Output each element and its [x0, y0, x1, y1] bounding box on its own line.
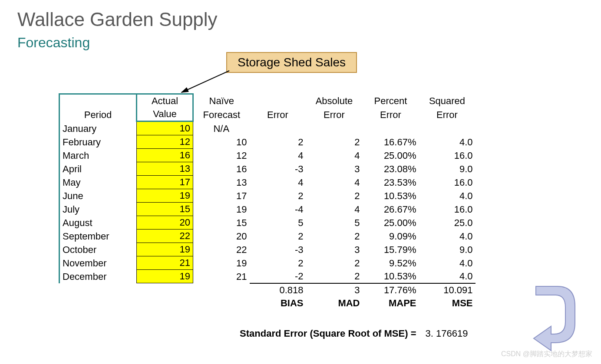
pct-cell: 23.53%: [363, 176, 419, 189]
period-cell: August: [59, 216, 137, 230]
sq-cell: 25.0: [419, 216, 476, 230]
abs-cell: 3: [306, 243, 363, 256]
abs-cell: 2: [306, 256, 363, 270]
table-row: April1316-3323.08%9.0: [59, 162, 476, 176]
sq-cell: 16.0: [419, 203, 476, 216]
error-cell: -2: [250, 270, 306, 283]
abs-cell: [306, 121, 363, 135]
table-row: February12102216.67%4.0: [59, 135, 476, 149]
mad-label: MAD: [306, 297, 363, 310]
naive-cell: N/A: [193, 121, 250, 135]
hdr-pct-l1: Percent: [363, 94, 419, 108]
pct-cell: 15.79%: [363, 243, 419, 256]
table-row: March16124425.00%16.0: [59, 149, 476, 162]
actual-cell: 19: [137, 243, 193, 256]
error-cell: 2: [250, 256, 306, 270]
sq-cell: 9.0: [419, 162, 476, 176]
error-cell: 5: [250, 216, 306, 230]
pct-cell: 10.53%: [363, 189, 419, 203]
se-label: Standard Error (Square Root of MSE) =: [240, 328, 416, 339]
return-arrow-icon: [527, 282, 579, 351]
sq-cell: 4.0: [419, 135, 476, 149]
hdr-sq-l1: Squared: [419, 94, 476, 108]
table-row: August20155525.00%25.0: [59, 216, 476, 230]
pct-cell: [363, 121, 419, 135]
mse-label: MSE: [419, 297, 476, 310]
table-row: June19172210.53%4.0: [59, 189, 476, 203]
naive-cell: 19: [193, 203, 250, 216]
hdr-period: Period: [84, 109, 112, 120]
pct-cell: 16.67%: [363, 135, 419, 149]
se-value: 3. 176619: [426, 328, 468, 339]
naive-cell: 13: [193, 176, 250, 189]
period-cell: May: [59, 176, 137, 189]
pct-cell: 9.52%: [363, 256, 419, 270]
table-row: May17134423.53%16.0: [59, 176, 476, 189]
sq-cell: 4.0: [419, 270, 476, 283]
period-cell: October: [59, 243, 137, 256]
mape-label: MAPE: [363, 297, 419, 310]
watermark-text: CSDN @脚踏实地的大梦想家: [501, 350, 592, 359]
svg-line-0: [182, 71, 229, 92]
naive-cell: 17: [193, 189, 250, 203]
actual-cell: 19: [137, 270, 193, 283]
hdr-naive-l2: Forecast: [193, 108, 250, 121]
actual-cell: 16: [137, 149, 193, 162]
hdr-actual-l2: Value: [137, 108, 193, 121]
abs-cell: 4: [306, 149, 363, 162]
actual-cell: 17: [137, 176, 193, 189]
pct-cell: 26.67%: [363, 203, 419, 216]
period-cell: December: [59, 270, 137, 283]
abs-cell: 3: [306, 162, 363, 176]
mad-value: 3: [306, 283, 363, 297]
callout-label: Storage Shed Sales: [226, 52, 357, 73]
pct-cell: 9.09%: [363, 230, 419, 243]
naive-cell: 22: [193, 243, 250, 256]
bias-value: 0.818: [250, 283, 306, 297]
abs-cell: 2: [306, 270, 363, 283]
table-row: October1922-3315.79%9.0: [59, 243, 476, 256]
table-row: September2220229.09%4.0: [59, 230, 476, 243]
abs-cell: 4: [306, 176, 363, 189]
table-row: January10N/A: [59, 121, 476, 135]
hdr-abs-l2: Error: [306, 108, 363, 121]
actual-cell: 10: [137, 121, 193, 135]
bias-label: BIAS: [250, 297, 306, 310]
period-cell: February: [59, 135, 137, 149]
actual-cell: 15: [137, 203, 193, 216]
hdr-error: Error: [267, 109, 288, 120]
abs-cell: 5: [306, 216, 363, 230]
naive-cell: 20: [193, 230, 250, 243]
pct-cell: 25.00%: [363, 149, 419, 162]
naive-cell: 12: [193, 149, 250, 162]
actual-cell: 20: [137, 216, 193, 230]
actual-cell: 21: [137, 256, 193, 270]
sq-cell: 4.0: [419, 256, 476, 270]
abs-cell: 2: [306, 189, 363, 203]
actual-cell: 22: [137, 230, 193, 243]
period-cell: November: [59, 256, 137, 270]
sq-cell: 16.0: [419, 176, 476, 189]
page-subtitle: Forecasting: [17, 35, 584, 51]
sq-cell: 4.0: [419, 189, 476, 203]
sq-cell: 4.0: [419, 230, 476, 243]
error-cell: 4: [250, 149, 306, 162]
sq-cell: [419, 121, 476, 135]
error-cell: 2: [250, 135, 306, 149]
error-cell: 2: [250, 189, 306, 203]
error-cell: -3: [250, 243, 306, 256]
table-row: July1519-4426.67%16.0: [59, 203, 476, 216]
hdr-abs-l1: Absolute: [306, 94, 363, 108]
period-cell: March: [59, 149, 137, 162]
table-row: November2119229.52%4.0: [59, 256, 476, 270]
period-cell: July: [59, 203, 137, 216]
pct-cell: 25.00%: [363, 216, 419, 230]
error-cell: -4: [250, 203, 306, 216]
sq-cell: 16.0: [419, 149, 476, 162]
table-row: December1921-2210.53%4.0: [59, 270, 476, 283]
abs-cell: 2: [306, 135, 363, 149]
pct-cell: 23.08%: [363, 162, 419, 176]
page-title: Wallace Garden Supply: [17, 9, 584, 30]
naive-cell: 15: [193, 216, 250, 230]
period-cell: June: [59, 189, 137, 203]
